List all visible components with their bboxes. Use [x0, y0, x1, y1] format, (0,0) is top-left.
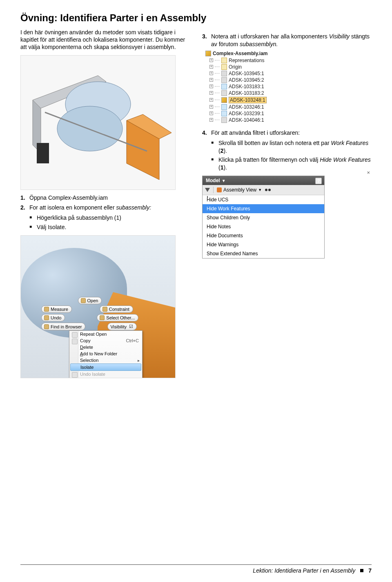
tree-item-icon — [221, 71, 227, 76]
tree-item-label: Origin — [229, 64, 242, 70]
expand-icon[interactable]: + — [209, 58, 213, 62]
step-4-num: 4. — [202, 129, 211, 137]
expand-icon[interactable]: + — [209, 71, 213, 75]
pill-select-other[interactable]: Select Other... — [97, 314, 138, 321]
context-menu-item[interactable]: Repeat Open — [69, 331, 142, 337]
model-panel: Model ▼ ? Assembly View ▼ Hide UCSHide W… — [202, 176, 325, 259]
browser-tree[interactable]: Complex-Assembly.iam +Representations+Or… — [205, 51, 372, 123]
assembly-view-dropdown[interactable]: Assembly View ▼ — [217, 187, 262, 193]
binoculars-icon[interactable] — [265, 188, 271, 192]
svg-point-3 — [57, 106, 122, 151]
pill-constraint[interactable]: Constraint — [100, 305, 133, 313]
figure-assembly-3d — [20, 55, 176, 190]
context-menu[interactable]: Repeat OpenCopyCtrl+CDeleteAdd to New Fo… — [69, 330, 143, 378]
filter-menu-item[interactable]: Show Extended Names — [203, 249, 324, 258]
s3b: Visibility — [329, 33, 350, 40]
step-2-num: 2. — [20, 204, 29, 212]
tree-item-label: ADSK-103945:1 — [229, 71, 264, 76]
footer-page-number: 7 — [368, 567, 372, 574]
help-icon[interactable]: ? — [315, 178, 322, 184]
tree-item[interactable]: +ADSK-103945:2 — [209, 77, 372, 83]
expand-icon[interactable]: + — [209, 91, 213, 95]
bullet-click-funnel: Klicka på tratten för filtermenyn och vä… — [211, 156, 372, 172]
tree-item[interactable]: +ADSK-103183:1 — [209, 83, 372, 90]
model-toolbar: Assembly View ▼ — [203, 185, 324, 195]
s3a: Notera att i utforskaren har alla kompon… — [211, 33, 329, 40]
tree-item[interactable]: +Origin — [209, 64, 372, 70]
footer-square-icon — [360, 569, 363, 572]
context-menu-item[interactable]: Add to New Folder — [69, 350, 142, 357]
pill-measure[interactable]: Measure — [41, 305, 72, 313]
pill-visibility[interactable]: Visibility — [107, 323, 137, 330]
footer-text: Lektion: Identidiera Parter i en Assembl… — [253, 567, 355, 574]
step-3-num: 3. — [202, 33, 211, 48]
tree-root-label[interactable]: Complex-Assembly.iam — [213, 51, 268, 56]
tree-item[interactable]: +ADSK-103945:1 — [209, 70, 372, 77]
assembly-3d-svg — [24, 59, 172, 186]
step-4-text: För att använda filtret i utforskaren: — [211, 129, 300, 137]
tree-item[interactable]: +Representations — [209, 57, 372, 64]
chevron-down-icon[interactable]: ▼ — [222, 178, 226, 183]
tree-item-label: ADSK-103183:2 — [229, 90, 264, 96]
tree-item-icon — [221, 84, 227, 89]
context-menu-item[interactable]: Delete — [69, 344, 142, 350]
pill-find-in-browser[interactable]: Find in Browser — [41, 323, 85, 330]
filter-menu-item[interactable]: Hide Notes — [203, 222, 324, 231]
step-4: 4. För att använda filtret i utforskaren… — [202, 129, 372, 137]
figure-context-menu: Open Measure Constraint Undo Select Othe… — [20, 235, 176, 378]
tree-item-label: ADSK-103248:1 — [229, 97, 267, 103]
tree-item[interactable]: +ADSK-103183:2 — [209, 90, 372, 96]
model-title: Model — [206, 178, 220, 183]
expand-icon[interactable]: + — [209, 98, 213, 102]
step-2-text: For att isolera en komponent eller subas… — [29, 204, 151, 212]
tree-item[interactable]: +ADSK-103239:1 — [209, 110, 372, 117]
page-footer: Lektion: Identidiera Parter i en Assembl… — [20, 564, 372, 574]
context-menu-item[interactable]: CopyCtrl+C — [69, 337, 142, 344]
tree-item[interactable]: +ADSK-103246:1 — [209, 104, 372, 110]
tree-item-label: ADSK-104046:1 — [229, 117, 264, 123]
assembly-icon — [205, 51, 211, 56]
svg-rect-6 — [37, 143, 49, 163]
expand-icon[interactable]: + — [209, 78, 213, 82]
context-menu-item[interactable]: Isolate — [70, 363, 141, 371]
context-menu-item[interactable]: Selection — [69, 357, 142, 363]
bullet-isolate: Välj Isolate. — [29, 223, 190, 231]
tree-item-icon — [221, 58, 227, 63]
tree-item-icon — [221, 90, 227, 96]
tree-item-icon — [221, 97, 227, 103]
right-column: 3. Notera att i utforskaren har alla kom… — [202, 29, 372, 382]
pill-undo[interactable]: Undo — [41, 314, 65, 321]
step-3: 3. Notera att i utforskaren har alla kom… — [202, 33, 372, 48]
menu-item-icon — [72, 332, 78, 338]
expand-icon[interactable]: + — [209, 105, 213, 109]
bullet-right-click: Högerklicka på subassemblyn (1) — [29, 214, 190, 222]
menu-item-icon — [72, 339, 78, 344]
context-menu-item: Undo Isolate — [69, 371, 142, 377]
step-2: 2. For att isolera en komponent eller su… — [20, 204, 190, 212]
step-2-ital: subassembly: — [116, 204, 151, 211]
expand-icon[interactable]: + — [209, 85, 213, 88]
expand-icon[interactable]: + — [209, 65, 213, 69]
model-panel-header[interactable]: Model ▼ ? — [203, 176, 324, 185]
filter-menu-item[interactable]: Hide UCS — [203, 195, 324, 204]
expand-icon[interactable]: + — [209, 118, 213, 122]
filter-menu-item[interactable]: Hide Warnings — [203, 240, 324, 249]
filter-menu-item[interactable]: Hide Work Features — [203, 204, 324, 213]
tree-item-icon — [221, 77, 227, 83]
bullet-scroll-workfeatures: Skrolla till botten av listan och notera… — [211, 139, 372, 155]
step-3-text: Notera att i utforskaren har alla kompon… — [211, 33, 372, 48]
intro-paragraph: I den här övningen använder du metoder s… — [20, 29, 190, 51]
left-column: I den här övningen använder du metoder s… — [20, 29, 190, 382]
tree-item[interactable]: +ADSK-103248:1 — [209, 96, 372, 104]
filter-menu-item[interactable]: Show Children Only — [203, 213, 324, 222]
filter-menu-list[interactable]: Hide UCSHide Work FeaturesShow Children … — [203, 195, 324, 258]
tree-item-icon — [221, 104, 227, 110]
expand-icon[interactable]: + — [209, 111, 213, 115]
tree-item[interactable]: +ADSK-104046:1 — [209, 117, 372, 123]
filter-funnel-icon[interactable] — [205, 188, 210, 192]
pill-open[interactable]: Open — [78, 297, 102, 304]
close-icon[interactable]: × — [367, 169, 370, 176]
step-2-lead: For att isolera en komponent eller — [29, 204, 116, 211]
filter-menu-item[interactable]: Hide Documents — [203, 231, 324, 240]
tree-item-label: ADSK-103183:1 — [229, 84, 264, 89]
